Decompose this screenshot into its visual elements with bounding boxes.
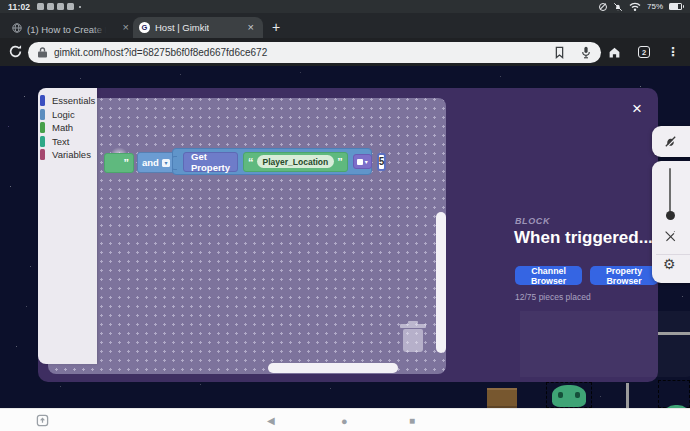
and-operator-block[interactable]: and ▾ xyxy=(137,152,175,173)
open-quote: “ xyxy=(248,156,254,168)
tab-title: Host | Gimkit xyxy=(155,22,209,33)
android-status-bar: 11:02 75% xyxy=(0,0,690,13)
get-property-label: Get Property xyxy=(191,151,230,173)
category-label: Math xyxy=(52,122,73,133)
trash-lid xyxy=(400,324,426,328)
gimkit-page: ” and ▾ Get Property “ Player_Location xyxy=(0,66,690,408)
url-text: gimkit.com/host?id=68275b6f0f8ed667fd6ce… xyxy=(54,47,554,58)
toolbar-divider xyxy=(656,254,690,255)
settings-gear-icon[interactable]: ⚙ xyxy=(663,257,676,271)
block-workspace-canvas[interactable]: ” and ▾ Get Property “ Player_Location xyxy=(48,98,446,374)
game-creature-sprite xyxy=(552,385,586,407)
category-color-chip xyxy=(40,109,45,120)
channel-browser-button[interactable]: Channel Browser xyxy=(515,266,582,285)
wifi-icon xyxy=(629,2,641,11)
browser-menu-icon[interactable]: ⋮ xyxy=(667,46,679,58)
microphone-icon[interactable] xyxy=(581,46,591,59)
sidebar-item-variables[interactable]: Variables xyxy=(38,148,97,162)
sidebar-item-math[interactable]: Math xyxy=(38,121,97,135)
zoom-slider-track[interactable] xyxy=(669,168,671,212)
browser-tab-strip: (1) How to Create Eyes from × G Host | G… xyxy=(0,13,690,38)
android-nav-bar: ◀ ● ■ xyxy=(0,408,690,431)
notification-icon xyxy=(37,3,44,10)
home-button[interactable]: ● xyxy=(341,409,348,431)
new-tab-button[interactable]: + xyxy=(272,20,280,34)
reload-button[interactable] xyxy=(8,44,23,63)
tab-how-to-create-eyes[interactable]: (1) How to Create Eyes from × xyxy=(12,17,132,38)
block-category-sidebar: Essentials Logic Math Text Variables xyxy=(38,88,97,364)
zoom-slider-handle[interactable] xyxy=(666,211,675,220)
browser-address-bar: gimkit.com/host?id=68275b6f0f8ed667fd6ce… xyxy=(0,38,690,66)
notification-icon xyxy=(67,3,74,10)
inspector-title: When triggered... xyxy=(514,228,653,248)
get-property-block[interactable]: Get Property xyxy=(183,152,238,172)
game-crate-tile xyxy=(487,388,517,408)
vertical-scrollbar[interactable] xyxy=(436,212,446,353)
close-quote: ” xyxy=(337,156,343,168)
bell-off-icon xyxy=(613,2,623,12)
and-label: and xyxy=(142,157,159,168)
gimkit-favicon: G xyxy=(139,22,150,33)
sidebar-item-logic[interactable]: Logic xyxy=(38,108,97,122)
recents-button[interactable]: ■ xyxy=(409,409,415,431)
visibility-off-card[interactable] xyxy=(652,126,690,157)
bookmark-icon[interactable] xyxy=(554,46,565,59)
lock-icon xyxy=(38,47,47,58)
horizontal-scrollbar[interactable] xyxy=(268,363,398,373)
category-color-chip xyxy=(40,95,45,106)
notification-overflow-dot xyxy=(79,6,81,8)
category-color-chip xyxy=(40,136,45,147)
home-icon[interactable] xyxy=(608,46,621,59)
tile-selection-outline xyxy=(658,380,690,408)
url-bar[interactable]: gimkit.com/host?id=68275b6f0f8ed667fd6ce… xyxy=(28,42,601,63)
property-name-field[interactable]: Player_Location xyxy=(257,155,335,168)
do-not-disturb-icon xyxy=(599,3,607,11)
category-label: Essentials xyxy=(52,95,95,106)
visibility-off-icon xyxy=(663,134,678,149)
edit-off-button[interactable] xyxy=(663,229,677,247)
close-quote: ” xyxy=(124,157,130,169)
starfield-background xyxy=(0,66,1,67)
block-inspector-panel: BLOCK When triggered... Channel Browser … xyxy=(477,88,658,382)
property-browser-button[interactable]: Property Browser xyxy=(590,266,658,285)
close-modal-icon[interactable]: × xyxy=(628,100,646,118)
edit-off-icon xyxy=(663,229,677,243)
back-button[interactable]: ◀ xyxy=(267,409,275,431)
battery-percent: 75% xyxy=(647,2,663,11)
notification-icon xyxy=(57,3,64,10)
category-label: Text xyxy=(52,136,69,147)
close-tab-icon[interactable]: × xyxy=(120,22,132,33)
category-color-chip xyxy=(40,149,45,160)
map-gridline xyxy=(626,383,629,408)
text-value-block[interactable]: “ Player_Location ” xyxy=(243,152,348,172)
screen: 11:02 75% (1) How to Create Eyes from × … xyxy=(0,0,690,431)
zoom-toolbar-card: ⚙ xyxy=(652,161,690,283)
trash-icon[interactable] xyxy=(399,320,427,353)
sidebar-item-essentials[interactable]: Essentials xyxy=(38,94,97,108)
battery-icon xyxy=(669,3,682,10)
screenshot-shortcut-button[interactable] xyxy=(36,409,49,431)
inspector-kicker: BLOCK xyxy=(515,216,550,226)
comparator-value xyxy=(357,159,363,165)
category-label: Logic xyxy=(52,109,75,120)
tab-switcher-button[interactable]: 2 xyxy=(638,46,650,58)
clock: 11:02 xyxy=(8,2,30,12)
sidebar-item-text[interactable]: Text xyxy=(38,135,97,149)
trash-body xyxy=(403,329,423,352)
category-label: Variables xyxy=(52,149,91,160)
globe-favicon xyxy=(12,23,22,33)
notification-icon xyxy=(47,3,54,10)
block-editor-modal: ” and ▾ Get Property “ Player_Location xyxy=(38,88,658,382)
close-tab-icon[interactable]: × xyxy=(245,22,257,33)
number-input-block[interactable]: 5 xyxy=(377,153,387,171)
text-block-partial[interactable]: ” xyxy=(104,153,134,173)
reload-icon xyxy=(8,44,23,59)
screenshot-icon xyxy=(36,414,49,427)
dropdown-icon: ▾ xyxy=(365,158,368,165)
comparison-block[interactable]: Get Property “ Player_Location ” ▾ 5 xyxy=(172,148,372,175)
comparator-dropdown[interactable]: ▾ xyxy=(353,154,372,169)
dropdown-icon[interactable]: ▾ xyxy=(162,159,170,167)
notification-icons xyxy=(37,3,81,10)
pieces-placed-status: 12/75 pieces placed xyxy=(515,292,591,302)
tab-host-gimkit[interactable]: G Host | Gimkit × xyxy=(133,17,263,38)
